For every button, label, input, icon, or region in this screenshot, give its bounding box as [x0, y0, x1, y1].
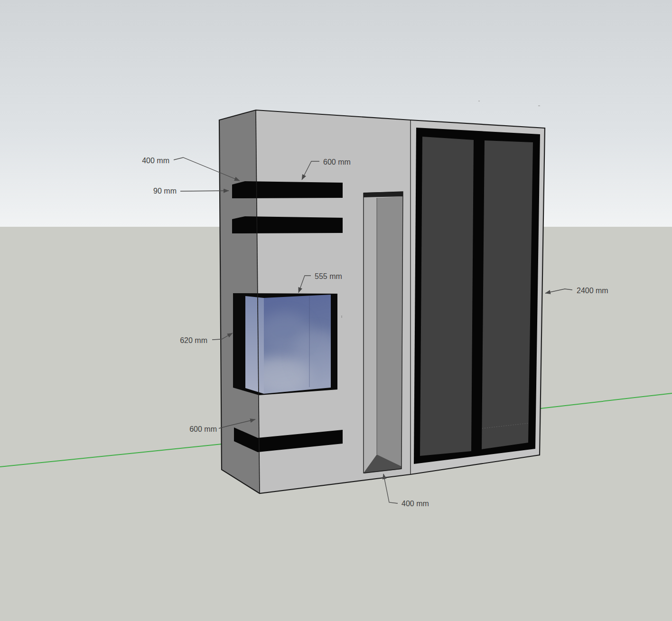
artifact-dot-2 [538, 105, 540, 106]
dimension-label[interactable]: 600 mm [323, 158, 351, 166]
door-panel-left[interactable] [420, 137, 474, 456]
niche-back-wall-face[interactable] [377, 196, 403, 466]
dimension-label[interactable]: 400 mm [401, 500, 429, 508]
3d-viewport[interactable]: 400 mm 90 mm 600 mm 555 mm 620 mm 600 mm… [0, 0, 672, 621]
dimension-label[interactable]: 555 mm [315, 272, 342, 280]
door-assembly[interactable] [414, 128, 540, 464]
dimension-label[interactable]: 90 mm [153, 187, 177, 195]
dimension-label[interactable]: 620 mm [180, 336, 207, 344]
dimension-label[interactable]: 2400 mm [577, 287, 608, 295]
dimension-label[interactable]: 400 mm [142, 157, 169, 165]
dimension-label[interactable]: 600 mm [189, 425, 217, 433]
door-panel-right[interactable] [482, 140, 533, 449]
shelf-top[interactable] [232, 181, 343, 198]
niche-recess[interactable] [364, 192, 403, 473]
shelf-middle[interactable] [232, 216, 343, 233]
glass-box-side-pane[interactable] [245, 296, 264, 394]
artifact-dot-1 [478, 101, 480, 102]
niche-left-wall-face[interactable] [364, 197, 377, 473]
glass-display-box[interactable] [233, 293, 338, 395]
artifact-dot-3 [341, 315, 342, 318]
